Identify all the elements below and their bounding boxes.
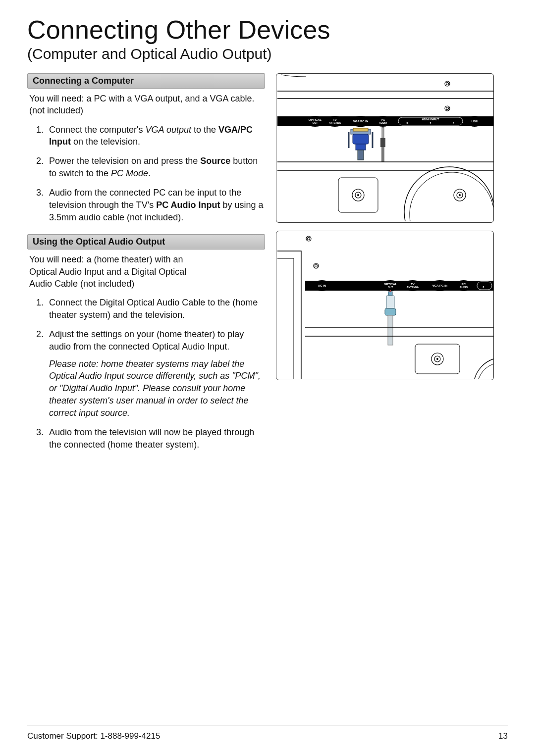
svg-point-46 (315, 265, 318, 267)
svg-rect-53 (477, 282, 492, 290)
svg-point-0 (445, 81, 450, 86)
section2-note: Please note: home theater systems may la… (49, 358, 265, 419)
svg-text:3: 3 (483, 286, 484, 289)
list-item: Audio from the television will now be pl… (46, 426, 265, 451)
audio-jack-icon (380, 127, 385, 162)
page-subtitle: (Computer and Optical Audio Output) (27, 46, 508, 62)
optical-connector-icon (385, 290, 396, 345)
svg-rect-28 (358, 150, 364, 160)
section1-intro: You will need: a PC with a VGA output, a… (29, 93, 263, 117)
svg-rect-27 (356, 144, 366, 150)
vga-connector-icon (349, 128, 373, 160)
svg-point-45 (314, 263, 319, 268)
section2-steps: Connect the Digital Optical Audio Cable … (27, 297, 265, 451)
svg-point-1 (446, 83, 449, 85)
svg-text:AUDIO: AUDIO (460, 286, 468, 289)
list-item: Power the television on and press the So… (46, 155, 265, 180)
svg-rect-65 (386, 296, 394, 308)
svg-rect-31 (382, 127, 384, 138)
svg-text:ANTENNA: ANTENNA (329, 121, 341, 124)
svg-text:OUT: OUT (313, 121, 318, 124)
list-item: Connect the computer's VGA output to the… (46, 124, 265, 149)
svg-rect-26 (353, 134, 369, 144)
section-heading-computer: Connecting a Computer (27, 73, 265, 89)
svg-point-73 (436, 358, 438, 360)
section1-steps: Connect the computer's VGA output to the… (27, 124, 265, 224)
svg-text:VGA/PC IN: VGA/PC IN (432, 284, 448, 287)
svg-text:AUDIO: AUDIO (379, 121, 387, 124)
svg-point-5 (446, 107, 449, 110)
svg-rect-63 (388, 292, 392, 296)
svg-text:ANTENNA: ANTENNA (407, 286, 419, 289)
svg-rect-33 (381, 147, 384, 162)
list-item: Connect the Digital Optical Audio Cable … (46, 297, 265, 321)
svg-point-42 (459, 194, 461, 196)
svg-text:VGA/PC IN: VGA/PC IN (353, 120, 369, 123)
svg-text:USB: USB (472, 120, 478, 123)
svg-point-43 (306, 236, 311, 241)
svg-text:HDMI INPUT: HDMI INPUT (422, 118, 439, 121)
page-number: 13 (498, 731, 508, 741)
page-title: Connecting Other Devices (27, 15, 508, 45)
svg-rect-67 (388, 315, 393, 345)
footer-divider (27, 725, 508, 725)
footer-support: Customer Support: 1-888-999-4215 (27, 731, 160, 741)
svg-rect-32 (380, 138, 385, 147)
svg-rect-66 (385, 308, 396, 315)
list-item: Adjust the settings on your (home theate… (46, 328, 265, 419)
figure-vga-connection: OPTICAL OUT TV ANTENNA VGA/PC IN PC AUDI… (276, 73, 494, 223)
svg-text:OUT: OUT (388, 286, 393, 289)
svg-text:2: 2 (430, 122, 431, 125)
svg-point-39 (357, 194, 359, 196)
section2-intro: You will need: a (home theater) with an … (29, 253, 208, 290)
svg-text:AC IN: AC IN (318, 284, 326, 287)
svg-text:1: 1 (453, 122, 455, 125)
list-item: Audio from the connected PC can be input… (46, 187, 265, 223)
svg-point-44 (308, 238, 310, 240)
svg-point-4 (445, 106, 450, 111)
svg-rect-25 (353, 128, 368, 131)
figure-optical-connection: AC IN OPTICAL OUT TV ANTENNA VGA/PC IN P… (276, 231, 494, 380)
section-heading-optical: Using the Optical Audio Output (27, 234, 265, 250)
svg-text:3: 3 (407, 122, 408, 125)
